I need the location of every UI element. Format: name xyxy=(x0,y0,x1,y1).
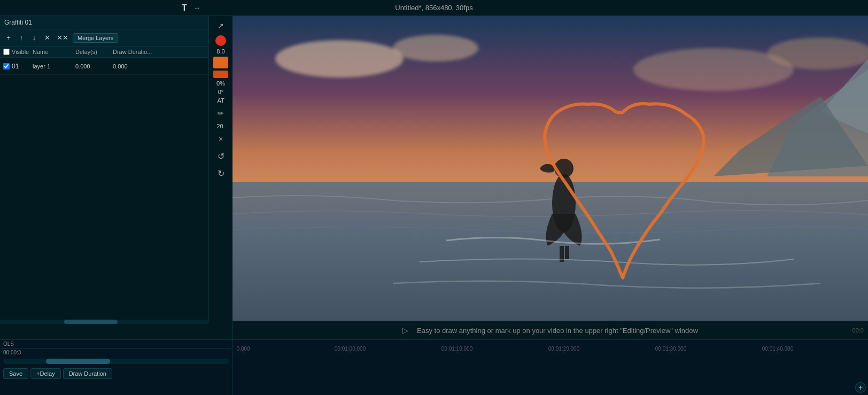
layer-visible-checkbox[interactable] xyxy=(3,63,10,69)
swap-icon: ↔ xyxy=(193,4,201,12)
arrow-tool-button[interactable]: ↗ xyxy=(212,18,229,33)
at-label: AT xyxy=(212,97,229,104)
svg-point-1 xyxy=(275,40,404,78)
right-tools-panel: ↗ 8.0 0% 0° AT ✏ 20. × ↺ ↻ xyxy=(208,16,232,321)
left-panel: Graffiti 01 × + ↑ ↓ ✕ ✕✕ Merge Layers ✛ … xyxy=(0,16,232,342)
color-red-swatch[interactable] xyxy=(215,35,226,46)
video-preview-area[interactable] xyxy=(232,16,868,321)
text-tool-icon: T xyxy=(182,3,187,13)
message-bar: ▷ Easy to draw anything or mark up on yo… xyxy=(232,321,868,339)
delay-header: Delay(s) xyxy=(75,49,97,55)
layer-number: 01 xyxy=(12,63,19,70)
timeline-buttons: Save +Delay Draw Duration xyxy=(0,366,232,381)
redo-button[interactable]: ↻ xyxy=(212,166,229,181)
draw-duration-header: Draw Duratio... xyxy=(113,49,152,55)
svg-point-10 xyxy=(554,159,574,178)
size2-label: 20. xyxy=(212,123,229,129)
time-right: 00:0 xyxy=(852,327,864,334)
table-header: Visible Name Delay(s) Draw Duratio... xyxy=(0,47,232,58)
layer-delay-value: 0.000 xyxy=(75,63,90,69)
timeline-tools-label: OLS xyxy=(0,340,232,348)
visible-all-checkbox[interactable] xyxy=(3,49,10,55)
color-orange2-swatch[interactable] xyxy=(213,71,228,78)
color-orange-swatch[interactable] xyxy=(213,57,228,68)
move-down-button[interactable]: ↓ xyxy=(29,33,40,43)
ruler-ticks xyxy=(232,340,868,353)
play-button[interactable]: ▷ xyxy=(402,326,408,335)
name-header: Name xyxy=(33,49,48,55)
pencil-tool-button[interactable]: ✏ xyxy=(212,106,229,121)
move-up-button[interactable]: ↑ xyxy=(16,33,27,43)
add-layer-button[interactable]: + xyxy=(3,33,14,43)
delete-button[interactable]: ✕ xyxy=(42,33,52,43)
panel-scrollbar-thumb[interactable] xyxy=(64,320,118,324)
window-title: Untitled*, 856x480, 30fps xyxy=(395,4,472,12)
draw-duration-button[interactable]: Draw Duration xyxy=(63,368,112,379)
visible-header: Visible xyxy=(12,49,29,55)
undo-button[interactable]: ↺ xyxy=(212,149,229,164)
message-text: Easy to draw anything or mark up on your… xyxy=(417,327,698,335)
close-tool-button[interactable]: × xyxy=(212,131,229,146)
timeline-scrollbar[interactable] xyxy=(3,359,229,364)
beach-background xyxy=(232,16,868,321)
panel-title: Graffiti 01 xyxy=(4,19,32,26)
layer-name-label: layer 1 xyxy=(33,63,50,69)
timeline-tracks xyxy=(232,353,868,395)
delete-all-button[interactable]: ✕✕ xyxy=(55,33,71,43)
timeline-ruler: 0.000 00:01:00.000 00:01:10.000 00:01:20… xyxy=(232,340,868,353)
layer-draw-duration-value: 0.000 xyxy=(113,63,128,69)
add-delay-button[interactable]: +Delay xyxy=(30,368,61,379)
svg-point-2 xyxy=(393,35,478,61)
toolbar-row: + ↑ ↓ ✕ ✕✕ Merge Layers ✛ xyxy=(0,29,232,47)
timeline-current-time: 00:00:3 xyxy=(0,348,232,357)
svg-rect-12 xyxy=(565,246,569,259)
angle-label: 0° xyxy=(212,89,229,95)
merge-layers-button[interactable]: Merge Layers xyxy=(73,33,118,43)
timeline-right-panel: 0.000 00:01:00.000 00:01:10.000 00:01:20… xyxy=(232,340,868,395)
top-bar: T ↔ Untitled*, 856x480, 30fps xyxy=(0,0,868,16)
svg-rect-8 xyxy=(232,182,868,321)
panel-header: Graffiti 01 × xyxy=(0,16,232,29)
panel-scrollbar[interactable] xyxy=(0,320,208,324)
opacity-label: 0% xyxy=(212,80,229,87)
timeline-scrollbar-thumb[interactable] xyxy=(46,359,110,364)
save-button[interactable]: Save xyxy=(3,368,28,379)
brush-size-label: 8.0 xyxy=(212,48,229,55)
layer-row: 01 layer 1 0.000 0.000 xyxy=(0,58,232,75)
timeline-area: OLS 00:00:3 Save +Delay Draw Duration 0.… xyxy=(0,339,868,395)
add-track-button[interactable]: + xyxy=(855,382,866,393)
timeline-left-panel: OLS 00:00:3 Save +Delay Draw Duration xyxy=(0,340,232,395)
